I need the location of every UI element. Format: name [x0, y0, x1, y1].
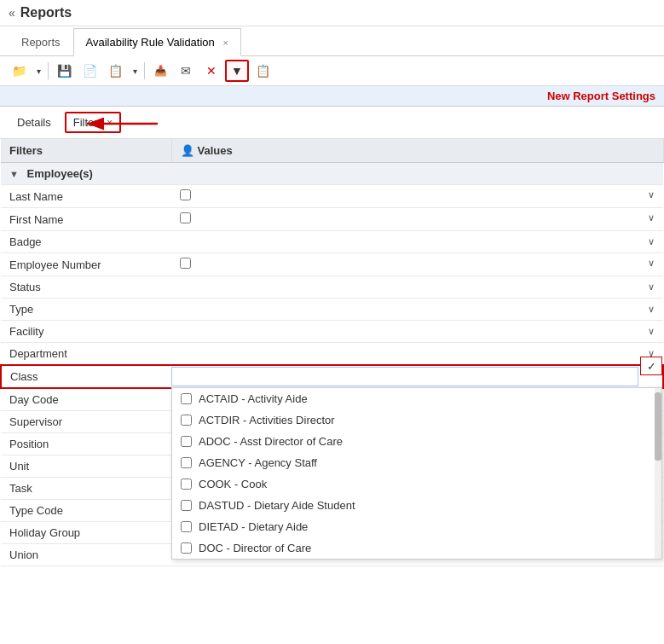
filter-label-status: Status	[1, 276, 171, 299]
export-button[interactable]: 📥	[148, 60, 172, 82]
filter-label-task: Task	[1, 478, 171, 500]
class-dropdown: ACTAID - Activity Aide ACTDIR - Activiti…	[171, 387, 662, 560]
filter-label-unit: Unit	[1, 455, 171, 478]
dropdown-item-cook[interactable]: COOK - Cook	[172, 473, 661, 495]
employee-group-row: ▼ Employee(s)	[1, 163, 663, 185]
sub-tab-details[interactable]: Details	[9, 113, 60, 132]
dropdown-item-dastud[interactable]: DASTUD - Dietary Aide Student	[172, 495, 661, 516]
folder-icon: 📁	[12, 64, 26, 78]
filter-value-department: ∨	[171, 343, 663, 366]
table-row: Facility ∨	[1, 321, 663, 343]
checkbox-dastud[interactable]	[181, 500, 192, 511]
table-row: Badge ∨	[1, 231, 663, 253]
filter-label-holiday-group: Holiday Group	[1, 522, 171, 544]
checkbox-doc[interactable]	[181, 542, 192, 554]
filter-value-last-name: ∨	[171, 185, 663, 208]
chevron-last-name[interactable]: ∨	[648, 189, 655, 200]
save-button[interactable]: 💾	[52, 60, 76, 82]
checkbox-dietad[interactable]	[181, 521, 192, 532]
new-doc-dropdown-arrow[interactable]: ▾	[129, 60, 141, 82]
dropdown-item-adoc[interactable]: ADOC - Asst Director of Care	[172, 431, 661, 452]
dropdown-item-dietad[interactable]: DIETAD - Dietary Aide	[172, 516, 661, 537]
tabs-bar: Reports Availability Rule Validation ×	[0, 26, 664, 56]
table-row: Department ∨	[1, 343, 663, 366]
checkbox-last-name[interactable]	[180, 189, 191, 200]
filter-tab[interactable]: Filters ×	[65, 112, 121, 133]
checkbox-cook[interactable]	[181, 479, 192, 490]
dropdown-item-doc[interactable]: DOC - Director of Care	[172, 537, 661, 559]
filter-label-type: Type	[1, 299, 171, 321]
filter-label-class: Class	[1, 365, 171, 388]
checkbox-employee-number[interactable]	[180, 258, 191, 269]
table-header-row: Filters 👤 Values	[1, 139, 663, 163]
table-row: First Name ∨	[1, 208, 663, 231]
settings-bar: New Report Settings	[0, 86, 664, 107]
chevron-status[interactable]: ∨	[648, 281, 655, 293]
chevron-first-name[interactable]: ∨	[648, 212, 655, 223]
new-doc-icon: 📋	[108, 64, 123, 78]
chevron-type[interactable]: ∨	[648, 304, 655, 315]
checkbox-actdir[interactable]	[181, 415, 192, 426]
email-button[interactable]: ✉	[174, 60, 198, 82]
filter-label-type-code: Type Code	[1, 500, 171, 522]
chevron-facility[interactable]: ∨	[648, 326, 655, 337]
dropdown-item-actdir[interactable]: ACTDIR - Activities Director	[172, 409, 661, 431]
delete-button[interactable]: ✕	[199, 60, 223, 82]
back-icon[interactable]: «	[9, 6, 15, 20]
checkbox-actaid[interactable]	[181, 393, 192, 404]
group-chevron-icon[interactable]: ▼	[9, 169, 19, 179]
filter-label-badge: Badge	[1, 231, 171, 253]
filter-label-last-name: Last Name	[1, 185, 171, 208]
filters-column-header: Filters	[1, 139, 171, 163]
dropdown-scroll-thumb	[655, 392, 661, 461]
table-row: Type ∨	[1, 299, 663, 321]
chevron-employee-number[interactable]: ∨	[648, 258, 655, 269]
separator-1	[48, 62, 49, 79]
tab-reports[interactable]: Reports	[9, 28, 73, 55]
class-check-button[interactable]: ✓	[640, 357, 662, 375]
filter-label-facility: Facility	[1, 321, 171, 343]
filter-value-badge: ∨	[171, 231, 663, 253]
email-icon: ✉	[181, 64, 191, 78]
delete-icon: ✕	[206, 64, 217, 78]
employee-group-label: ▼ Employee(s)	[1, 163, 663, 185]
class-row: Class ✓ ACTAID - Activity Aide ACTDIR -	[1, 365, 663, 388]
new-doc-button[interactable]: 📋	[103, 60, 127, 82]
values-column-header: 👤 Values	[171, 139, 663, 163]
filter-value-class[interactable]: ✓ ACTAID - Activity Aide ACTDIR - Activi…	[171, 365, 663, 388]
filter-table: Filters 👤 Values ▼ Employee(s)	[0, 139, 664, 566]
folder-button[interactable]: 📁	[7, 60, 31, 82]
save-icon: 💾	[57, 64, 72, 78]
checkbox-agency[interactable]	[181, 457, 192, 468]
sub-tabs-container: Details Filters ×	[0, 107, 664, 139]
sub-tabs: Details Filters ×	[0, 107, 664, 139]
filter-value-first-name: ∨	[171, 208, 663, 231]
dropdown-scrollbar[interactable]	[655, 388, 661, 559]
app-title: Reports	[20, 5, 72, 20]
folder-dropdown-arrow[interactable]: ▾	[32, 60, 44, 82]
report-settings-icon: 📋	[256, 64, 270, 78]
document-button[interactable]: 📄	[78, 60, 101, 82]
tab-close-availability[interactable]: ×	[222, 38, 228, 48]
table-row: Last Name ∨	[1, 185, 663, 208]
settings-text: New Report Settings	[547, 90, 655, 102]
filter-label-position: Position	[1, 433, 171, 455]
filter-label-union: Union	[1, 544, 171, 566]
checkbox-adoc[interactable]	[181, 436, 192, 447]
export-icon: 📥	[154, 65, 167, 77]
filter-table-container: Filters 👤 Values ▼ Employee(s)	[0, 139, 664, 566]
tab-availability[interactable]: Availability Rule Validation ×	[73, 28, 241, 56]
app-header: « Reports	[0, 0, 664, 26]
filter-value-status: ∨	[171, 276, 663, 299]
dropdown-item-agency[interactable]: AGENCY - Agency Staff	[172, 452, 661, 473]
report-settings-button[interactable]: 📋	[251, 60, 274, 82]
filter-value-employee-number: ∨	[171, 253, 663, 276]
checkbox-first-name[interactable]	[180, 212, 191, 223]
dropdown-item-actaid[interactable]: ACTAID - Activity Aide	[172, 388, 661, 409]
chevron-badge[interactable]: ∨	[648, 236, 655, 247]
filter-label-supervisor: Supervisor	[1, 411, 171, 433]
class-input[interactable]	[171, 367, 638, 386]
filter-tab-close[interactable]: ×	[107, 117, 113, 129]
filter-button[interactable]: ▼	[225, 60, 249, 82]
separator-2	[144, 62, 145, 79]
